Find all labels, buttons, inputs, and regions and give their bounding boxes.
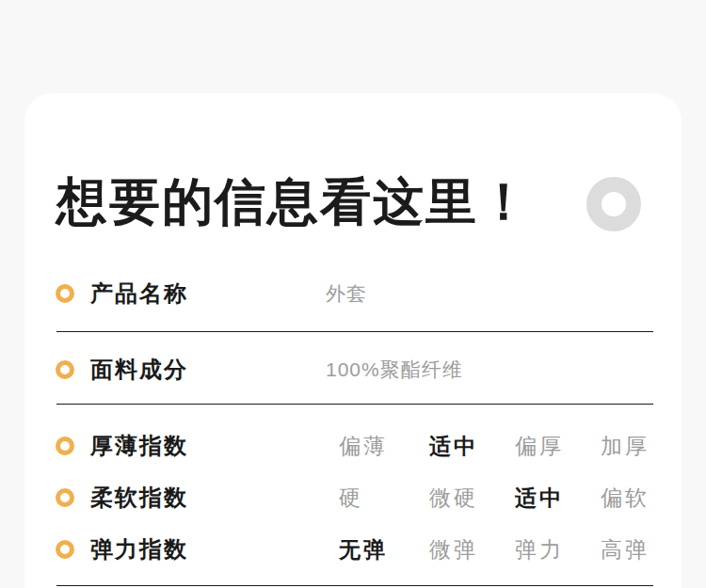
option-scale: 硬 微硬 适中 偏软 — [339, 484, 658, 512]
row-value: 外套 — [326, 280, 367, 307]
bullet-ring-icon — [56, 437, 74, 455]
option-scale: 无弹 微弹 弹力 高弹 — [339, 535, 658, 564]
index-option: 无弹 — [339, 535, 388, 564]
index-option: 加厚 — [601, 432, 650, 461]
row-label: 柔软指数 — [90, 483, 326, 513]
bullet-ring-icon — [56, 488, 74, 507]
bullet-ring-icon — [56, 360, 74, 379]
info-row-product-name: 产品名称 外套 — [56, 279, 658, 308]
row-label: 弹力指数 — [90, 534, 326, 564]
index-option: 适中 — [429, 432, 478, 461]
index-option: 偏软 — [601, 484, 650, 513]
index-option: 适中 — [515, 484, 564, 513]
page-background: 想要的信息看这里！ 产品名称 外套 面料成分 100%聚酯纤维 厚薄指数 偏薄 … — [0, 0, 706, 588]
bullet-ring-icon — [56, 540, 74, 559]
row-label: 产品名称 — [90, 278, 326, 309]
divider — [56, 331, 653, 332]
card-title: 想要的信息看这里！ — [56, 172, 531, 230]
index-option: 弹力 — [515, 535, 564, 564]
decorative-ring-icon — [586, 177, 641, 231]
index-option: 偏厚 — [515, 432, 564, 461]
index-row-elasticity: 弹力指数 无弹 微弹 弹力 高弹 — [56, 535, 658, 564]
product-info-card: 想要的信息看这里！ 产品名称 外套 面料成分 100%聚酯纤维 厚薄指数 偏薄 … — [24, 93, 682, 588]
index-option: 高弹 — [601, 535, 650, 564]
info-row-fabric: 面料成分 100%聚酯纤维 — [56, 356, 658, 384]
index-row-thickness: 厚薄指数 偏薄 适中 偏厚 加厚 — [56, 432, 658, 460]
bullet-ring-icon — [56, 284, 74, 303]
option-scale: 偏薄 适中 偏厚 加厚 — [339, 432, 658, 460]
index-option: 微硬 — [429, 484, 478, 513]
divider — [56, 585, 653, 586]
index-option: 偏薄 — [339, 432, 388, 461]
row-label: 厚薄指数 — [90, 431, 326, 461]
index-row-softness: 柔软指数 硬 微硬 适中 偏软 — [56, 484, 658, 512]
index-option: 硬 — [339, 484, 363, 513]
divider — [56, 404, 653, 405]
row-label: 面料成分 — [90, 355, 326, 385]
index-option: 微弹 — [429, 535, 478, 564]
row-value: 100%聚酯纤维 — [326, 357, 463, 383]
